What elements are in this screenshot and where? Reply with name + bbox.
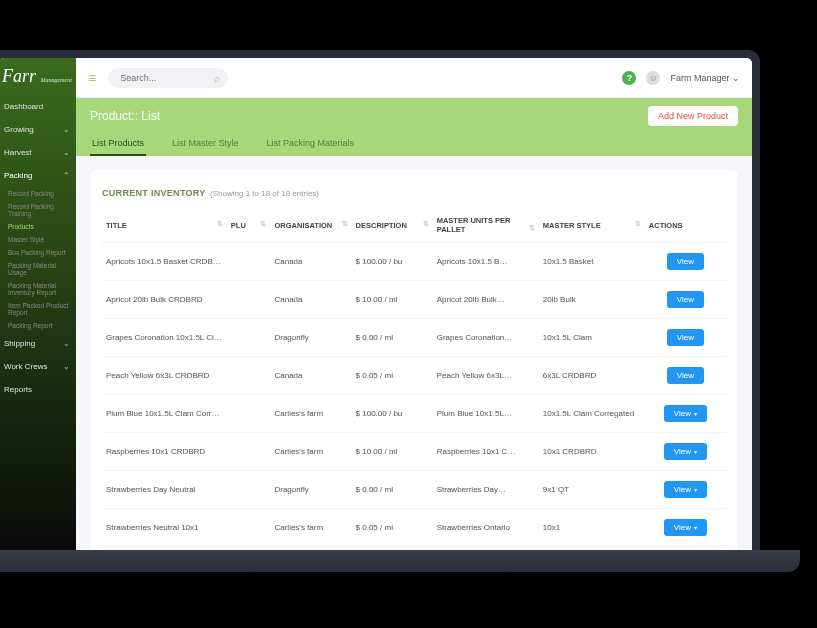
user-name-label: Farm Manager [670, 73, 729, 83]
chevron-icon: ⌄ [63, 148, 70, 157]
inventory-heading: CURRENT INVENTORY [102, 188, 206, 198]
cell-ms: 6x3L CRDBRD [539, 357, 645, 395]
sidebar-item-harvest[interactable]: Harvest⌄ [0, 141, 76, 164]
cell-org: Carlies's farm [270, 433, 351, 471]
sort-icon: ⇅ [529, 225, 535, 231]
view-button[interactable]: View [667, 367, 704, 384]
cell-desc: $ 0.05 / ml [352, 509, 433, 547]
sidebar-subitem[interactable]: Box Packing Report [0, 246, 76, 259]
sidebar-item-dashboard[interactable]: Dashboard [0, 95, 76, 118]
content: CURRENT INVENTORY (Showing 1 to 18 of 18… [76, 156, 752, 550]
sidebar-subitem[interactable]: Record Packing Training [0, 200, 76, 220]
sidebar-item-label: Reports [4, 385, 32, 394]
sidebar-item-packing[interactable]: Packing⌃ [0, 164, 76, 187]
cell-desc: $ 100.00 / bu [352, 395, 433, 433]
tab-list-master-style[interactable]: List Master Style [170, 132, 241, 156]
col-desc[interactable]: DESCRIPTION⇅ [352, 208, 433, 243]
cell-ms: 10x1.5 Basket [539, 243, 645, 281]
view-button[interactable]: View [667, 291, 704, 308]
cell-title: Strawberries Day Neutral [102, 471, 227, 509]
sort-icon: ⇅ [635, 221, 641, 227]
cell-desc: $ 0.00 / ml [352, 319, 433, 357]
col-mu[interactable]: MASTER UNITS PER PALLET⇅ [433, 208, 539, 243]
table-row: Strawberries Day NeutralDragonfly$ 0.00 … [102, 471, 726, 509]
cell-mu: Plum Blue 10x1.5L… [433, 395, 539, 433]
cell-mu: Apricot 20lb Bulk… [433, 281, 539, 319]
sidebar-item-shipping[interactable]: Shipping⌄ [0, 332, 76, 355]
cell-actions: View [645, 319, 726, 357]
menu-toggle-icon[interactable]: ≡ [88, 70, 96, 86]
tabs: List ProductsList Master StyleList Packi… [90, 132, 738, 156]
inventory-table: TITLE⇅ PLU⇅ ORGANISATION⇅ DESCRIPTION⇅ M… [102, 208, 726, 547]
view-button[interactable]: View [667, 253, 704, 270]
user-menu[interactable]: Farm Manager ⌄ [670, 73, 740, 83]
table-row: Apricots 10x1.5 Basket CRDBRDCanada$ 100… [102, 243, 726, 281]
sort-icon: ⇅ [423, 221, 429, 227]
table-row: Grapes Coronation 10x1.5L ClamDragonfly$… [102, 319, 726, 357]
sidebar-item-label: Work Crews [4, 362, 47, 371]
table-row: Raspberries 10x1 CRDBRDCarlies's farm$ 1… [102, 433, 726, 471]
chevron-icon: ⌄ [63, 362, 70, 371]
sidebar-item-work-crews[interactable]: Work Crews⌄ [0, 355, 76, 378]
brand-name: Farr [2, 66, 36, 86]
view-button[interactable]: View ▾ [664, 405, 707, 422]
chevron-icon: ⌃ [63, 171, 70, 180]
cell-plu [227, 509, 271, 547]
sidebar: Farr Management DashboardGrowing⌄Harvest… [0, 58, 76, 550]
cell-plu [227, 243, 271, 281]
cell-mu: Apricots 10x1.5 B… [433, 243, 539, 281]
view-button[interactable]: View [667, 329, 704, 346]
cell-mu: Strawberries Day… [433, 471, 539, 509]
cell-org: Carlies's farm [270, 509, 351, 547]
cell-title: Strawberries Neutral 10x1 [102, 509, 227, 547]
cell-title: Plum Blue 10x1.5L Clam Corregated [102, 395, 227, 433]
sidebar-subitem[interactable]: Packing Report [0, 319, 76, 332]
col-org[interactable]: ORGANISATION⇅ [270, 208, 351, 243]
cell-ms: 10x1 CRDBRD [539, 433, 645, 471]
sidebar-subitem[interactable]: Packing Material Usage [0, 259, 76, 279]
sidebar-item-growing[interactable]: Growing⌄ [0, 118, 76, 141]
sidebar-subitem[interactable]: Packing Material Inventory Report [0, 279, 76, 299]
caret-down-icon: ▾ [694, 410, 697, 417]
cell-plu [227, 319, 271, 357]
add-new-product-button[interactable]: Add New Product [648, 106, 738, 126]
sidebar-item-label: Packing [4, 171, 32, 180]
cell-org: Canada [270, 281, 351, 319]
cell-actions: View ▾ [645, 433, 726, 471]
search-icon[interactable]: ⌕ [214, 72, 220, 83]
cell-ms: 10x1.5L Clam [539, 319, 645, 357]
table-row: Apricot 20lb Bulk CRDBRDCanada$ 10.00 / … [102, 281, 726, 319]
cell-title: Apricot 20lb Bulk CRDBRD [102, 281, 227, 319]
cell-actions: View ▾ [645, 395, 726, 433]
tab-list-packing-materials[interactable]: List Packing Materials [265, 132, 357, 156]
avatar[interactable]: ☺ [646, 71, 660, 85]
sidebar-subitem[interactable]: Item Packed Product Report [0, 299, 76, 319]
cell-ms: 20lb Bulk [539, 281, 645, 319]
table-row: Plum Blue 10x1.5L Clam CorregatedCarlies… [102, 395, 726, 433]
topbar: ≡ ⌕ ? ☺ Farm Manager ⌄ [76, 58, 752, 98]
view-button[interactable]: View ▾ [664, 443, 707, 460]
sidebar-subitem[interactable]: Master Style [0, 233, 76, 246]
cell-org: Dragonfly [270, 319, 351, 357]
col-plu[interactable]: PLU⇅ [227, 208, 271, 243]
cell-desc: $ 0.05 / ml [352, 357, 433, 395]
col-ms[interactable]: MASTER STYLE⇅ [539, 208, 645, 243]
tab-list-products[interactable]: List Products [90, 132, 146, 156]
view-button[interactable]: View ▾ [664, 519, 707, 536]
help-icon[interactable]: ? [622, 71, 636, 85]
sidebar-subitem[interactable]: Products [0, 220, 76, 233]
cell-desc: $ 10.00 / ml [352, 433, 433, 471]
caret-down-icon: ▾ [694, 486, 697, 493]
cell-title: Raspberries 10x1 CRDBRD [102, 433, 227, 471]
sidebar-subitem[interactable]: Record Packing [0, 187, 76, 200]
cell-org: Canada [270, 243, 351, 281]
search-input[interactable] [108, 68, 228, 88]
sidebar-item-reports[interactable]: Reports [0, 378, 76, 401]
caret-down-icon: ▾ [694, 448, 697, 455]
col-title[interactable]: TITLE⇅ [102, 208, 227, 243]
page-header: Product:: List Add New Product List Prod… [76, 98, 752, 156]
view-button[interactable]: View ▾ [664, 481, 707, 498]
cell-desc: $ 100.00 / bu [352, 243, 433, 281]
table-row: Strawberries Neutral 10x1Carlies's farm$… [102, 509, 726, 547]
brand-logo: Farr Management [0, 58, 76, 95]
